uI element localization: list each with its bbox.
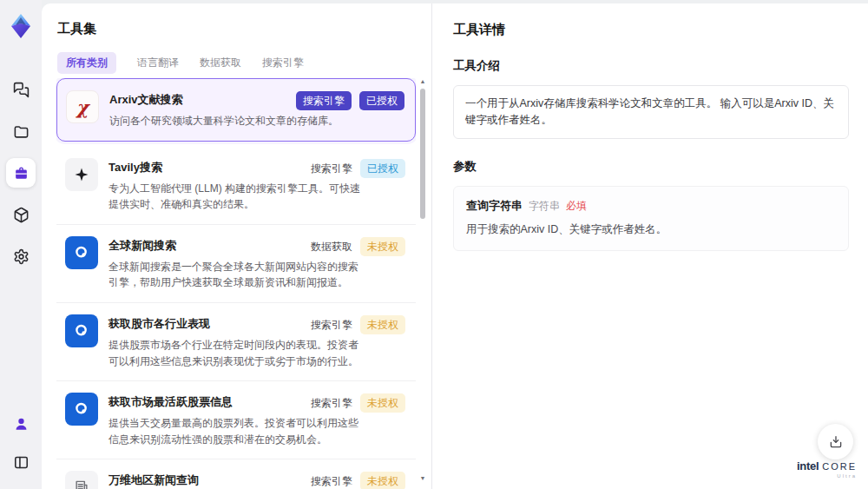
blue-search-icon — [65, 236, 98, 269]
chat-icon[interactable] — [6, 75, 36, 104]
detail-title: 工具详情 — [453, 22, 849, 38]
newspaper-icon — [65, 471, 98, 489]
tool-badges: 搜索引擎 未授权 — [311, 472, 405, 489]
scroll-up-icon[interactable]: ▲ — [418, 78, 427, 85]
tool-description: 专为人工智能代理 (LLM) 构建的搜索引擎工具。可快速提供实时、准确和真实的结… — [108, 181, 366, 213]
tool-badges: 搜索引擎 未授权 — [311, 393, 405, 413]
toolbox-icon-active[interactable] — [6, 158, 36, 188]
tool-list-item-global-news[interactable]: 全球新闻搜索 全球新闻搜索是一个聚合全球各大新闻网站内容的搜索引擎，帮助用户快速… — [56, 225, 416, 303]
tool-intro-text: 一个用于从Arxiv存储库搜索科学论文和文章的工具。 输入可以是Arxiv ID… — [453, 85, 849, 139]
folder-icon[interactable] — [6, 116, 36, 146]
category-badge: 数据获取 — [311, 237, 352, 256]
auth-status-badge: 未授权 — [360, 393, 405, 413]
app-logo-icon — [5, 10, 36, 42]
category-badge: 搜索引擎 — [311, 472, 352, 489]
intel-wordmark: intel — [797, 460, 819, 472]
tool-list-item-regional-news[interactable]: 万维地区新闻查询 查询具体行政区划内的新闻，快速了解各地新闻动 搜索引擎 未授权 — [56, 459, 416, 489]
sidebar-bottom — [6, 409, 36, 489]
scrollbar-thumb[interactable] — [420, 89, 425, 219]
tool-description: 全球新闻搜索是一个聚合全球各大新闻网站内容的搜索引擎，帮助用户快速获取全球最新资… — [108, 259, 366, 291]
app-window: 工具集 所有类别 语言翻译 数据获取 搜索引擎 χ Arxiv文献搜索 访问各个… — [0, 0, 868, 489]
auth-status-badge: 未授权 — [360, 472, 405, 489]
parameter-name: 查询字符串 — [466, 198, 523, 214]
panel-toggle-icon[interactable] — [6, 447, 36, 477]
intro-heading: 工具介绍 — [453, 58, 849, 74]
tool-list-item-arxiv[interactable]: χ Arxiv文献搜索 访问各个研究领域大量科学论文和文章的存储库。 搜索引擎 … — [56, 78, 416, 142]
tool-badges: 搜索引擎 未授权 — [311, 315, 405, 334]
tool-badges: 搜索引擎 已授权 — [296, 91, 404, 110]
tab-language-translation[interactable]: 语言翻译 — [137, 52, 179, 74]
scroll-down-icon[interactable]: ▼ — [418, 475, 427, 482]
auth-status-badge: 未授权 — [360, 237, 405, 256]
user-avatar-icon[interactable] — [6, 409, 36, 439]
tab-all-categories[interactable]: 所有类别 — [57, 52, 116, 74]
four-point-star-icon — [65, 158, 98, 191]
parameter-description: 用于搜索的Arxiv ID、关键字或作者姓名。 — [466, 222, 836, 237]
tool-description: 访问各个研究领域大量科学论文和文章的存储库。 — [109, 113, 367, 129]
category-badge: 搜索引擎 — [311, 315, 352, 334]
sidebar-nav — [6, 75, 36, 271]
auth-status-badge: 未授权 — [360, 315, 405, 334]
category-badge: 搜索引擎 — [311, 393, 352, 413]
params-heading: 参数 — [453, 159, 849, 175]
category-badge: 搜索引擎 — [311, 159, 352, 178]
tab-search-engine[interactable]: 搜索引擎 — [262, 52, 304, 74]
tool-list-panel: 工具集 所有类别 语言翻译 数据获取 搜索引擎 χ Arxiv文献搜索 访问各个… — [42, 3, 431, 489]
category-tabs: 所有类别 语言翻译 数据获取 搜索引擎 — [57, 52, 431, 74]
tool-description: 提供股票市场各个行业在特定时间段内的表现。投资者可以利用这些信息来识别表现优于或… — [108, 337, 366, 369]
download-button[interactable] — [818, 424, 853, 459]
category-badge: 搜索引擎 — [296, 91, 352, 110]
intel-core-logo: intel CORE Ultra — [797, 460, 857, 479]
tool-badges: 数据获取 未授权 — [311, 237, 405, 256]
parameter-card: 查询字符串 字符串 必填 用于搜索的Arxiv ID、关键字或作者姓名。 — [453, 186, 849, 251]
sidebar — [0, 0, 42, 489]
scrollbar[interactable]: ▲ ▼ — [418, 78, 427, 482]
tool-description: 提供当天交易量最高的股票列表。投资者可以利用这些信息来识别流动性强的股票和潜在的… — [108, 415, 366, 447]
tool-detail-panel: 工具详情 工具介绍 一个用于从Arxiv存储库搜索科学论文和文章的工具。 输入可… — [432, 3, 868, 489]
main-content: 工具集 所有类别 语言翻译 数据获取 搜索引擎 χ Arxiv文献搜索 访问各个… — [42, 3, 868, 489]
parameter-required-badge: 必填 — [566, 199, 587, 214]
auth-status-badge: 已授权 — [359, 91, 404, 110]
page-title: 工具集 — [57, 21, 431, 37]
tool-list-item-tavily[interactable]: Tavily搜索 专为人工智能代理 (LLM) 构建的搜索引擎工具。可快速提供实… — [56, 147, 416, 225]
ultra-wordmark: Ultra — [797, 473, 857, 479]
tool-badges: 搜索引擎 已授权 — [311, 159, 405, 178]
blue-search-icon — [65, 314, 98, 347]
settings-icon[interactable] — [6, 241, 36, 271]
tab-data-fetch[interactable]: 数据获取 — [200, 52, 241, 74]
tool-list-item-active-stocks[interactable]: 获取市场最活跃股票信息 提供当天交易量最高的股票列表。投资者可以利用这些信息来识… — [56, 381, 416, 459]
download-icon — [828, 434, 844, 450]
parameter-type: 字符串 — [529, 199, 560, 214]
tool-list: χ Arxiv文献搜索 访问各个研究领域大量科学论文和文章的存储库。 搜索引擎 … — [56, 78, 416, 489]
tool-list-item-stock-sectors[interactable]: 获取股市各行业表现 提供股票市场各个行业在特定时间段内的表现。投资者可以利用这些… — [56, 303, 416, 381]
package-icon[interactable] — [6, 200, 36, 229]
core-wordmark: CORE — [822, 462, 857, 472]
blue-search-icon — [65, 393, 98, 426]
parameter-header: 查询字符串 字符串 必填 — [466, 198, 836, 214]
arxiv-logo-icon: χ — [66, 90, 99, 123]
auth-status-badge: 已授权 — [360, 159, 405, 178]
